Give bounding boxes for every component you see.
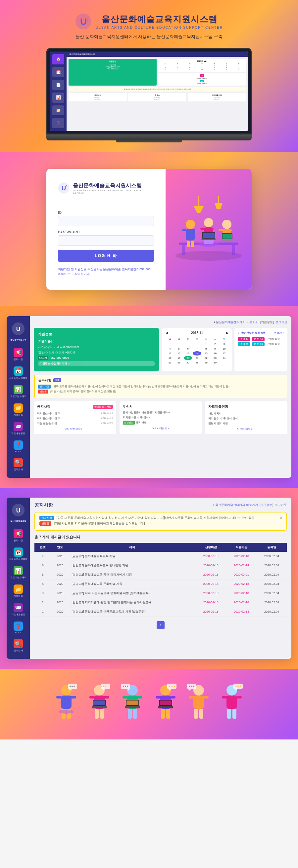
cal-day[interactable]: 16 (211, 351, 219, 355)
mini-sidebar-qa: ❓ (52, 118, 64, 128)
table-row[interactable]: 1 2020 [담당고2] 문화예술교육 단국문화교육과 지원 [발탈공원] 2… (34, 607, 287, 616)
cal-day[interactable]: 9 (211, 347, 219, 351)
board-qa-item-2[interactable]: 핵의원수를 수 좋 뭐야~ (123, 416, 199, 419)
cal-day[interactable]: 3 (220, 342, 228, 346)
cal-day[interactable] (174, 342, 183, 346)
cal-day[interactable]: 13 (184, 351, 192, 355)
breadcrumb-link[interactable]: 울산문화예술센터에서 바로가기 (216, 320, 259, 324)
info-name: [기관이름] (38, 339, 155, 344)
cell-num: 3 (34, 588, 51, 598)
board-notices-item-3[interactable]: 지원 한원순수 뭐 2019.03.00 (37, 422, 113, 425)
cal-events-more[interactable]: 더보기 + (274, 331, 284, 335)
cal-day[interactable]: 7 (193, 347, 201, 351)
mini-card-info: 기관정보 [기관이름] 이메일@email.com 052-000-0000 (69, 59, 157, 86)
board-resources-item-3[interactable]: 담당자 문지사항 (208, 422, 284, 425)
cal-day[interactable]: 4 (166, 347, 174, 351)
page-btn-1[interactable]: 1 (157, 621, 165, 629)
cal-day[interactable] (220, 361, 228, 365)
cal-day[interactable]: 19 (174, 356, 183, 360)
cal-day[interactable] (166, 342, 174, 346)
board-notices-item-1[interactable]: 핵의원소 어디 뭐 뭐 2019.01.14 (37, 412, 113, 415)
notices-sidebar-nav-qa[interactable]: ❓ Q & A (7, 619, 30, 637)
svg-text::: : (21, 325, 22, 329)
notices-sidebar-nav-survey[interactable]: 🔍 성과조사 (7, 637, 30, 655)
notices-sidebar-nav-programs[interactable]: 📅 교육프로그램목록 (7, 545, 30, 563)
cal-day[interactable]: 28 (193, 361, 201, 365)
svg-point-53 (74, 686, 75, 687)
notices-sidebar-nav-files[interactable]: 📁 자료등록 (7, 582, 30, 600)
cal-day[interactable]: 21 (193, 356, 201, 360)
password-input[interactable] (58, 235, 154, 246)
cal-day[interactable]: 27 (184, 361, 192, 365)
svg-point-18 (204, 218, 213, 227)
base-info-tab[interactable]: 기관정보 (261, 320, 273, 324)
board-notices-item-2[interactable]: 핵의원소 어디 뭐 뭐 -- 2019.01.14 (37, 417, 113, 420)
id-input[interactable] (58, 216, 154, 226)
logout-link[interactable]: 로그아웃 (275, 320, 288, 324)
notices-sidebar-nav-notices[interactable]: 📢 공지사항 (7, 526, 30, 545)
board-qa-item-1[interactable]: 공지사항안공지사항문공지사항물 좋아~ (123, 411, 199, 414)
edit-info-btn[interactable]: 기관정보 수정하러가기 → (38, 361, 155, 366)
table-row[interactable]: 4 2020 [담당고2] 문화예술교육 문화예술 지원 2020-02-18 … (34, 579, 287, 588)
cal-day-highlight[interactable]: 20 (184, 356, 192, 360)
notices-breadcrumb-link[interactable]: 울산문화예술센터에서 바로가기 (215, 503, 258, 506)
sidebar-nav-qa[interactable]: ❓ Q & A (7, 438, 30, 455)
cal-day[interactable]: 30 (211, 361, 219, 365)
cal-day[interactable]: 6 (184, 347, 192, 351)
sidebar-nav-files[interactable]: 📁 자료등록 (7, 401, 30, 419)
cal-day[interactable]: 12 (174, 351, 183, 355)
cal-next-btn[interactable]: ▶ (226, 331, 228, 335)
cal-day[interactable]: 8 (201, 347, 210, 351)
cal-prev-btn[interactable]: ◀ (166, 331, 168, 335)
table-row[interactable]: 3 2020 [담당고2] 지역 거관의원교육 문화예술 지원 (문화예술교육)… (34, 588, 287, 598)
cal-day-today[interactable]: 14 (193, 351, 201, 355)
cal-day[interactable]: 17 (220, 351, 228, 355)
board-resources-item-1[interactable]: 사업계획서 (208, 412, 284, 415)
cell-apply: 2020-02-18 (196, 579, 226, 588)
login-illustration (172, 196, 245, 262)
cal-day[interactable]: 25 (166, 361, 174, 365)
cal-event-1: 19.11.14 19.11.14 문화예술교육 지원사업 주요공고에확--- (238, 337, 284, 341)
login-button[interactable]: LOGIN 하 (58, 250, 154, 262)
sidebar-nav-survey[interactable]: 🔍 성과조사 (7, 455, 30, 474)
sidebar-nav-share[interactable]: 📨 자료내용공유 (7, 419, 30, 438)
cal-day[interactable]: 1 (201, 342, 210, 346)
svg-text::: : (21, 506, 22, 509)
notices-sidebar-nav-stats[interactable]: 📊 프로그램수혜역 (7, 563, 30, 582)
cal-day[interactable]: 5 (174, 347, 183, 351)
cal-day[interactable]: 23 (211, 356, 219, 360)
notices-sidebar-label-files: 자료등록 (13, 594, 23, 598)
board-qa-more[interactable]: Q & A 더보기 + (123, 427, 199, 430)
cal-day[interactable]: 10 (220, 347, 228, 351)
board-resources-item-2[interactable]: 핵의원수 수 좋 뭐야 뭐야 (208, 417, 284, 420)
sidebar-nav-notices[interactable]: 📢 공지사항 (7, 345, 30, 364)
cal-day[interactable]: 29 (201, 361, 210, 365)
cell-title: [담당고2] 문화예술교육교육 안내담당 지원 (69, 561, 195, 570)
cal-day[interactable]: 2 (211, 342, 219, 346)
cal-day[interactable]: 18 (166, 356, 174, 360)
dashboard-wrap: U : 울산문화예술교육 📢 공지사항 📅 교육프로그램목록 📊 프로그램수혜역… (7, 316, 291, 478)
notices-logout[interactable]: 로그아웃 (275, 503, 287, 506)
notice-alert-close-btn[interactable]: ✕ (279, 515, 283, 520)
table-row[interactable]: 6 2020 [담당고2] 문화예술교육교육 안내담당 지원 2020-02-1… (34, 561, 287, 570)
notices-sidebar-nav-share[interactable]: 📨 자료내용공유 (7, 600, 30, 619)
cal-day[interactable]: 24 (220, 356, 228, 360)
table-row[interactable]: 5 2020 [담당고2] 문화예술교육 공연 담당자에게 지원 2020-02… (34, 570, 287, 579)
cal-day[interactable]: 22 (201, 356, 210, 360)
cal-day[interactable]: 26 (174, 361, 183, 365)
table-row[interactable]: 7 2020 [담당고2] 문화예술교육교육 지원 2020-02-18 202… (34, 552, 287, 561)
sidebar-nav-programs[interactable]: 📅 교육프로그램목록 (7, 364, 30, 382)
board-notices-more[interactable]: 공지사항 더보기 + (37, 427, 113, 431)
notices-sidebar: U : 울산문화예술교육 📢 공지사항 📅 교육프로그램목록 📊 프로그램수혜역… (7, 498, 30, 659)
notices-base-info[interactable]: 기관정보 (260, 503, 272, 506)
table-row[interactable]: 2 2020 [담당고2] 지역의원에 관한 단 기관에 함께하는 문화예술교육… (34, 598, 287, 607)
sidebar-nav-stats[interactable]: 📊 프로그램수혜역 (7, 382, 30, 401)
board-notices: 공지사항 반딘선 공지사항 핵의원소 어디 뭐 뭐 2019.01.14 핵의원… (34, 401, 116, 434)
cal-day[interactable]: 11 (166, 351, 174, 355)
notices-sidebar-icon-qa: ❓ (13, 621, 23, 631)
board-resources-more[interactable]: 자료제 해보기 + (208, 427, 284, 431)
cal-day[interactable]: 15 (201, 351, 210, 355)
login-section: U : 울산문화예술교육지원시스템 ULSAN ARTS AND CULTURE… (0, 152, 298, 306)
cal-day[interactable] (193, 342, 201, 346)
cal-day[interactable] (184, 342, 192, 346)
